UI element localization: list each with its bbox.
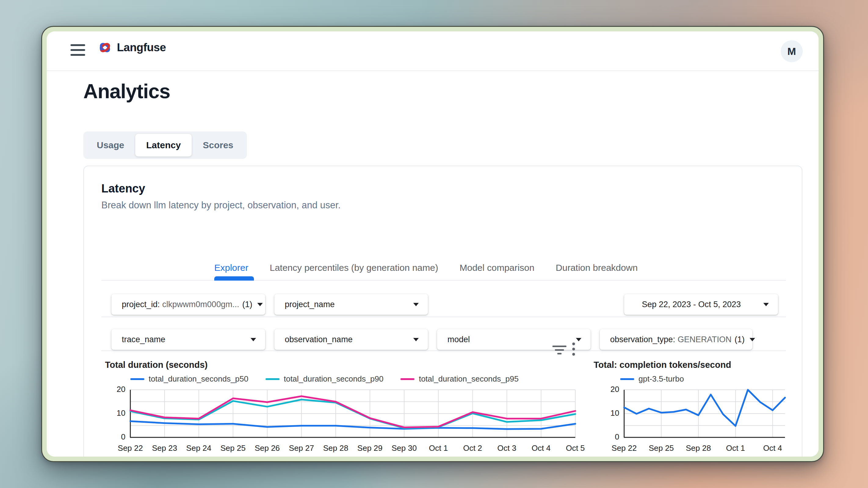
chevron-down-icon (750, 338, 755, 341)
svg-text:Oct 2: Oct 2 (463, 444, 482, 453)
subtab-explorer[interactable]: Explorer (214, 263, 248, 273)
svg-text:0: 0 (121, 432, 125, 441)
completion-tokens-chart: 01020Sep 22Sep 25Sep 28Oct 1Oct 4 (624, 390, 785, 437)
app-logo: Langfuse (98, 40, 166, 55)
total-duration-chart: 01020Sep 22Sep 23Sep 24Sep 25Sep 26Sep 2… (130, 390, 575, 437)
svg-text:Sep 22: Sep 22 (118, 444, 143, 453)
svg-text:10: 10 (611, 409, 619, 418)
chart-title-total-duration: Total duration (seconds) (105, 360, 208, 370)
legend-item: total_duration_seconds_p50 (130, 374, 248, 384)
svg-text:Sep 25: Sep 25 (220, 444, 245, 453)
svg-text:Sep 30: Sep 30 (392, 444, 416, 453)
svg-text:Sep 24: Sep 24 (186, 444, 211, 453)
page-title: Analytics (83, 79, 170, 103)
filter-observation-name[interactable]: observation_name (274, 329, 428, 350)
svg-text:Sep 27: Sep 27 (289, 444, 314, 453)
svg-text:Sep 22: Sep 22 (612, 444, 637, 453)
filter-model[interactable]: model (437, 329, 591, 350)
tab-usage[interactable]: Usage (86, 134, 135, 157)
tab-scores[interactable]: Scores (192, 134, 244, 157)
legend-swatch (400, 378, 414, 380)
card-title: Latency (101, 182, 145, 195)
chevron-down-icon (251, 338, 256, 341)
chevron-down-icon (257, 303, 263, 306)
legend-total-duration: total_duration_seconds_p50total_duration… (130, 374, 519, 384)
active-subtab-underline (214, 276, 254, 281)
top-bar: Langfuse M (47, 31, 818, 71)
svg-text:Sep 28: Sep 28 (686, 444, 711, 453)
subtab-duration-breakdown[interactable]: Duration breakdown (556, 263, 638, 273)
user-avatar[interactable]: M (781, 40, 803, 62)
chart-subtabs: Explorer Latency percentiles (by generat… (214, 263, 638, 273)
divider (101, 351, 786, 351)
svg-text:20: 20 (611, 385, 619, 394)
chevron-down-icon (413, 338, 419, 341)
filter-list-icon[interactable] (552, 346, 566, 357)
legend-item: total_duration_seconds_p90 (266, 374, 384, 384)
svg-text:Oct 1: Oct 1 (726, 444, 745, 453)
legend-item: total_duration_seconds_p95 (400, 374, 519, 384)
svg-text:20: 20 (117, 385, 125, 394)
svg-text:Oct 4: Oct 4 (532, 444, 551, 453)
svg-text:Sep 28: Sep 28 (323, 444, 348, 453)
tab-latency[interactable]: Latency (135, 134, 192, 157)
divider (101, 317, 786, 317)
filter-project-id[interactable]: project_id: clkpwwm0m000gm... (1) (112, 294, 265, 315)
svg-text:Oct 3: Oct 3 (497, 444, 517, 453)
langfuse-knot-icon (98, 40, 112, 55)
subtab-latency-percentiles[interactable]: Latency percentiles (by generation name) (270, 263, 438, 273)
subtab-model-comparison[interactable]: Model comparison (460, 263, 534, 273)
svg-text:Sep 23: Sep 23 (152, 444, 177, 453)
legend-swatch (130, 378, 144, 380)
svg-text:Sep 26: Sep 26 (254, 444, 280, 453)
svg-text:Sep 29: Sep 29 (358, 444, 382, 453)
card-description: Break down llm latency by project, obser… (101, 200, 341, 211)
legend-item: gpt-3.5-turbo (620, 374, 684, 384)
svg-text:10: 10 (117, 409, 125, 418)
svg-text:0: 0 (615, 432, 619, 441)
legend-swatch (620, 378, 634, 380)
svg-text:Oct 1: Oct 1 (429, 444, 448, 453)
hamburger-menu-icon[interactable] (70, 44, 85, 58)
subtab-divider (101, 280, 786, 281)
filter-project-name[interactable]: project_name (274, 294, 428, 315)
chevron-down-icon (763, 303, 769, 306)
svg-text:Oct 4: Oct 4 (763, 444, 782, 453)
legend-swatch (266, 378, 280, 380)
date-range-picker[interactable]: Sep 22, 2023 - Oct 5, 2023 (624, 294, 778, 315)
app-name: Langfuse (117, 41, 166, 54)
chart-title-completion-tokens: Total: completion tokens/second (594, 360, 731, 370)
kebab-menu-icon[interactable] (572, 343, 575, 358)
app-surface: Langfuse M Analytics Usage Latency Score… (47, 31, 818, 457)
app-window: Langfuse M Analytics Usage Latency Score… (41, 26, 824, 462)
svg-text:Sep 25: Sep 25 (649, 444, 674, 453)
chevron-down-icon (413, 303, 419, 306)
chevron-down-icon (576, 338, 581, 341)
filter-trace-name[interactable]: trace_name (112, 329, 265, 350)
legend-completion-tokens: gpt-3.5-turbo (620, 374, 684, 384)
latency-card: Latency Break down llm latency by projec… (83, 166, 802, 457)
analytics-tabgroup: Usage Latency Scores (83, 131, 247, 159)
filter-observation-type[interactable]: observation_type: GENERATION (1) (600, 329, 752, 350)
svg-text:Oct 5: Oct 5 (566, 444, 585, 453)
